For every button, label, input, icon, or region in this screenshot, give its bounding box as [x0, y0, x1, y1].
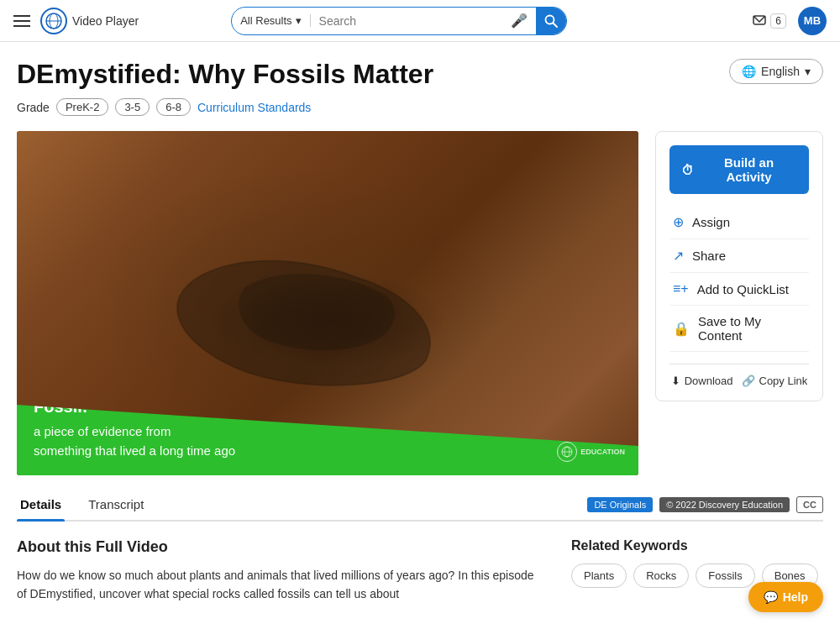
grade-badge-prek2: PreK-2: [56, 98, 108, 116]
app-title-label: Video Player: [72, 14, 139, 28]
tab-badges-area: DE Originals © 2022 Discovery Education …: [587, 496, 823, 513]
search-bar: All Results ▾ 🎤: [231, 7, 567, 35]
save-icon: 🔒: [673, 321, 690, 337]
save-content-action[interactable]: 🔒 Save to My Content: [669, 306, 809, 352]
add-quicklist-action[interactable]: ≡+ Add to QuickList: [669, 273, 809, 306]
microphone-icon[interactable]: 🎤: [511, 13, 528, 29]
tab-details[interactable]: Details: [17, 489, 65, 520]
assign-action[interactable]: ⊕ Assign: [669, 206, 809, 239]
page-title: DEmystified: Why Fossils Matter: [17, 59, 433, 90]
search-button[interactable]: [536, 7, 566, 35]
grade-badge-35: 3-5: [115, 98, 150, 116]
save-content-label: Save to My Content: [698, 314, 806, 343]
share-action[interactable]: ↗ Share: [669, 239, 809, 273]
copy-link-button[interactable]: 🔗 Copy Link: [742, 375, 808, 387]
de-logo-circle: [557, 442, 577, 462]
de-originals-badge: DE Originals: [587, 497, 653, 512]
assign-icon: ⊕: [673, 214, 684, 230]
video-thumbnail: Fossil: a piece of evidence fromsomethin…: [17, 131, 638, 475]
help-label: Help: [783, 590, 808, 604]
app-header: Video Player All Results ▾ 🎤 6 MB: [0, 0, 840, 42]
main-content: DEmystified: Why Fossils Matter 🌐 Englis…: [0, 42, 840, 621]
de-watermark: EDUCATION: [557, 442, 625, 462]
activity-icon: ⏱: [681, 163, 694, 177]
about-heading: About this Full Video: [17, 538, 538, 556]
grade-row: Grade PreK-2 3-5 6-8 Curriculum Standard…: [17, 98, 823, 116]
video-player[interactable]: Fossil: a piece of evidence fromsomethin…: [17, 131, 638, 475]
quicklist-icon: ≡+: [673, 281, 689, 296]
keyword-plants[interactable]: Plants: [571, 563, 627, 588]
header-right: 6 MB: [752, 7, 827, 35]
search-input[interactable]: [319, 14, 507, 28]
search-input-wrap: 🎤: [311, 13, 537, 29]
globe-icon: 🌐: [742, 65, 756, 78]
sidebar-card: ⏱ Build an Activity ⊕ Assign ↗ Share ≡+ …: [655, 131, 823, 401]
keyword-fossils[interactable]: Fossils: [696, 563, 754, 588]
share-icon: ↗: [673, 248, 684, 264]
add-quicklist-label: Add to QuickList: [697, 282, 789, 296]
video-section: Fossil: a piece of evidence fromsomethin…: [17, 131, 823, 475]
download-icon: ⬇: [671, 375, 680, 387]
logo-container: Video Player: [40, 8, 139, 34]
grade-badge-68: 6-8: [156, 98, 191, 116]
copy-link-label: Copy Link: [759, 375, 808, 387]
discovery-logo-svg: [45, 13, 62, 29]
de-education-label: EDUCATION: [580, 448, 625, 456]
title-area: DEmystified: Why Fossils Matter 🌐 Englis…: [17, 59, 823, 90]
hamburger-menu[interactable]: [13, 15, 30, 27]
notification-icon: [752, 13, 767, 29]
about-text: How do we know so much about plants and …: [17, 566, 538, 604]
notifications-button[interactable]: 6: [752, 13, 786, 29]
sidebar-bottom-actions: ⬇ Download 🔗 Copy Link: [669, 364, 809, 387]
share-label: Share: [692, 249, 726, 263]
download-button[interactable]: ⬇ Download: [671, 375, 733, 387]
keyword-rocks[interactable]: Rocks: [633, 563, 689, 588]
tab-transcript-label: Transcript: [88, 497, 144, 511]
user-avatar[interactable]: MB: [798, 7, 827, 35]
tab-transcript[interactable]: Transcript: [85, 489, 147, 520]
build-activity-button[interactable]: ⏱ Build an Activity: [669, 145, 809, 194]
assign-label: Assign: [692, 215, 730, 229]
search-filter-label: All Results: [240, 14, 291, 27]
sidebar-panel: ⏱ Build an Activity ⊕ Assign ↗ Share ≡+ …: [655, 131, 823, 401]
tab-details-label: Details: [20, 497, 61, 511]
download-label: Download: [685, 375, 733, 387]
help-button[interactable]: 💬 Help: [748, 582, 823, 612]
chevron-down-icon: ▾: [805, 65, 811, 78]
svg-line-4: [554, 23, 558, 27]
search-icon: [544, 14, 558, 28]
grade-label: Grade: [17, 101, 50, 114]
fossil-description: a piece of evidence fromsomething that l…: [34, 424, 235, 458]
chevron-down-icon: ▾: [296, 14, 302, 27]
build-activity-label: Build an Activity: [701, 155, 797, 184]
language-label: English: [761, 65, 800, 78]
search-filter-dropdown[interactable]: All Results ▾: [232, 14, 310, 27]
help-icon: 💬: [764, 590, 778, 604]
below-tabs-content: About this Full Video How do we know so …: [17, 538, 823, 604]
copyright-badge: © 2022 Discovery Education: [659, 497, 790, 512]
de-logo-svg: [561, 446, 573, 458]
content-tabs: Details Transcript DE Originals © 2022 D…: [17, 489, 823, 522]
link-icon: 🔗: [742, 375, 755, 387]
notification-count: 6: [770, 13, 786, 29]
logo-icon: [40, 8, 67, 34]
keywords-heading: Related Keywords: [571, 538, 823, 553]
language-selector[interactable]: 🌐 English ▾: [729, 59, 823, 84]
curriculum-standards-link[interactable]: Curriculum Standards: [197, 101, 311, 114]
about-section: About this Full Video How do we know so …: [17, 538, 538, 604]
cc-badge: CC: [796, 496, 823, 513]
